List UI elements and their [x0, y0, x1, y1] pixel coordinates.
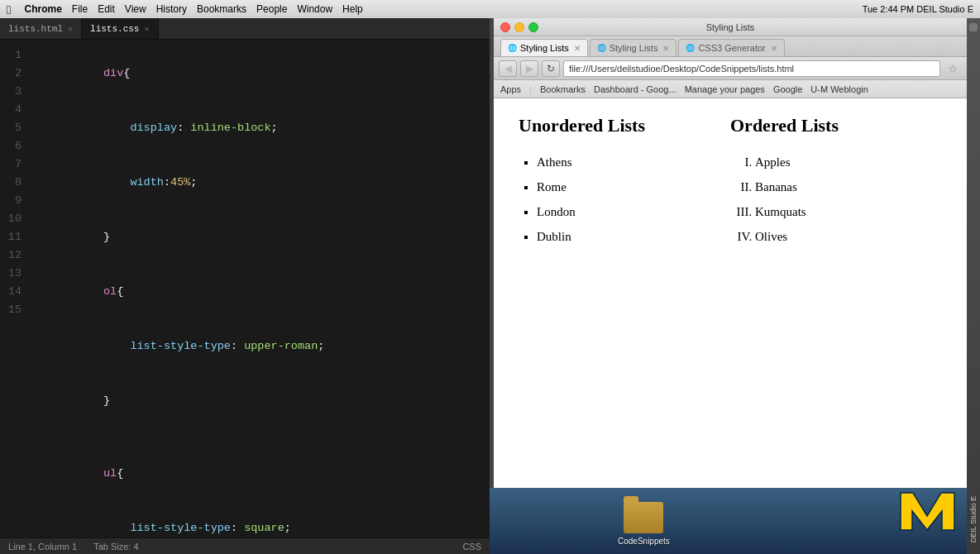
tab-html-close[interactable]: ✕	[68, 24, 73, 34]
menu-help[interactable]: Help	[342, 3, 363, 15]
browser-tab-1-label: Styling Lists	[610, 43, 658, 53]
right-edge-panel: DEIL Studio E	[967, 18, 980, 554]
edge-indicator	[969, 23, 978, 31]
browser-toolbar: ◀ ▶ ↻ file:///Users/deilstudioe/Desktop/…	[494, 57, 967, 80]
ol-item-0: Apples	[755, 150, 942, 174]
line-numbers: 12345 678910 1112131415	[0, 40, 26, 537]
menu-bookmarks[interactable]: Bookmarks	[197, 3, 246, 15]
browser-tab-2-close[interactable]: ✕	[771, 44, 777, 53]
browser-panel: Styling Lists 🌐 Styling Lists ✕ 🌐 Stylin…	[494, 18, 967, 554]
ol-item-3: Olives	[755, 224, 942, 249]
browser-tab-2[interactable]: 🌐 CSS3 Generator ✕	[678, 39, 784, 56]
menubar-right: Tue 2:44 PM DEIL Studio E	[863, 4, 973, 14]
folder-icon[interactable]	[624, 502, 663, 533]
cursor-position: Line 1, Column 1	[8, 542, 77, 552]
code-content[interactable]: 12345 678910 1112131415 div{ display: in…	[0, 40, 490, 537]
browser-tab-0-close[interactable]: ✕	[574, 44, 581, 53]
browser-titlebar: Styling Lists	[494, 18, 967, 36]
bookmarks-bar: Apps | Bookmarks Dashboard - Goog... Man…	[494, 80, 967, 98]
ordered-list: Apples Bananas Kumquats Olives	[730, 150, 942, 249]
ol-item-2: Kumquats	[755, 199, 942, 224]
tab-lists-html[interactable]: lists.html ✕	[0, 18, 82, 39]
menu-edit[interactable]: Edit	[98, 3, 115, 15]
close-button[interactable]	[500, 22, 510, 32]
tab-css-label: lists.css	[90, 24, 139, 34]
code-line-4: }	[36, 210, 480, 265]
menu-chrome[interactable]: Chrome	[24, 3, 61, 15]
unordered-list: Athens Rome London Dublin	[519, 150, 730, 249]
code-line-10: list-style-type: square;	[36, 501, 480, 537]
traffic-lights	[500, 22, 538, 32]
bookmark-um[interactable]: U-M Weblogin	[810, 84, 868, 94]
menu-window[interactable]: Window	[297, 3, 332, 15]
main-area: lists.html ✕ lists.css ✕ 12345 678910 11…	[0, 18, 980, 554]
menu-history[interactable]: History	[156, 3, 187, 15]
bookmark-bookmarks[interactable]: Bookmarks	[540, 84, 586, 94]
unordered-heading: Unordered Lists	[519, 115, 730, 136]
file-type: CSS	[462, 542, 481, 552]
edge-label: DEIL Studio E	[969, 496, 978, 542]
tab-size: Tab Size: 4	[93, 542, 138, 552]
ul-item-3: Dublin	[537, 224, 730, 249]
maximize-button[interactable]	[528, 22, 538, 32]
ol-item-1: Bananas	[755, 174, 942, 199]
browser-content: Unordered Lists Athens Rome London Dubli…	[494, 98, 967, 554]
menu-file[interactable]: File	[72, 3, 88, 15]
ul-item-1: Rome	[537, 174, 730, 199]
mac-menubar:  Chrome File Edit View History Bookmark…	[0, 0, 980, 18]
menu-people[interactable]: People	[256, 3, 287, 15]
bookmark-google[interactable]: Google	[773, 84, 802, 94]
status-bar: Line 1, Column 1 Tab Size: 4 CSS	[0, 537, 490, 554]
browser-tab-0-label: Styling Lists	[520, 43, 569, 53]
unordered-column: Unordered Lists Athens Rome London Dubli…	[519, 115, 730, 249]
code-line-1: div{	[36, 46, 480, 101]
tab-lists-css[interactable]: lists.css ✕	[82, 18, 158, 39]
bookmark-dashboard[interactable]: Dashboard - Goog...	[594, 84, 676, 94]
refresh-button[interactable]: ↻	[542, 60, 560, 77]
content-columns: Unordered Lists Athens Rome London Dubli…	[519, 115, 942, 249]
code-line-2: display: inline-block;	[36, 101, 480, 155]
code-line-8	[36, 428, 480, 447]
desktop-folder[interactable]: CodeSnippets	[618, 502, 670, 546]
folder-label: CodeSnippets	[618, 537, 670, 546]
menu-view[interactable]: View	[125, 3, 146, 15]
apple-menu[interactable]: 	[7, 2, 11, 17]
star-button[interactable]: ☆	[944, 60, 962, 77]
ordered-heading: Ordered Lists	[730, 115, 942, 136]
forward-button[interactable]: ▶	[520, 60, 538, 77]
code-line-6: list-style-type: upper-roman;	[36, 319, 480, 374]
ul-item-0: Athens	[537, 150, 730, 174]
code-line-7: }	[36, 374, 480, 428]
bookmark-manage[interactable]: Manage your pages	[685, 84, 765, 94]
browser-tab-0[interactable]: 🌐 Styling Lists ✕	[500, 39, 588, 56]
browser-tab-2-label: CSS3 Generator	[698, 43, 765, 53]
minimize-button[interactable]	[514, 22, 524, 32]
code-line-3: width:45%;	[36, 155, 480, 210]
code-lines[interactable]: div{ display: inline-block; width:45%; }…	[26, 40, 490, 537]
address-bar[interactable]: file:///Users/deilstudioe/Desktop/CodeSn…	[563, 60, 940, 77]
ul-item-2: London	[537, 199, 730, 224]
tab-css-close[interactable]: ✕	[144, 24, 149, 34]
bookmark-apps[interactable]: Apps	[500, 84, 521, 94]
code-line-5: ol{	[36, 265, 480, 319]
tab-html-label: lists.html	[8, 24, 63, 34]
code-line-9: ul{	[36, 447, 480, 501]
editor-tabbar: lists.html ✕ lists.css ✕	[0, 18, 490, 40]
code-editor: lists.html ✕ lists.css ✕ 12345 678910 11…	[0, 18, 490, 554]
address-text: file:///Users/deilstudioe/Desktop/CodeSn…	[569, 64, 794, 74]
browser-tab-1[interactable]: 🌐 Styling Lists ✕	[590, 39, 677, 56]
back-button[interactable]: ◀	[499, 60, 517, 77]
browser-tab-1-close[interactable]: ✕	[662, 44, 669, 53]
bookmark-separator-1: |	[529, 84, 532, 94]
ordered-column: Ordered Lists Apples Bananas Kumquats Ol…	[730, 115, 942, 249]
browser-tabbar: 🌐 Styling Lists ✕ 🌐 Styling Lists ✕ 🌐 CS…	[494, 36, 967, 57]
window-title: Styling Lists	[706, 22, 755, 32]
